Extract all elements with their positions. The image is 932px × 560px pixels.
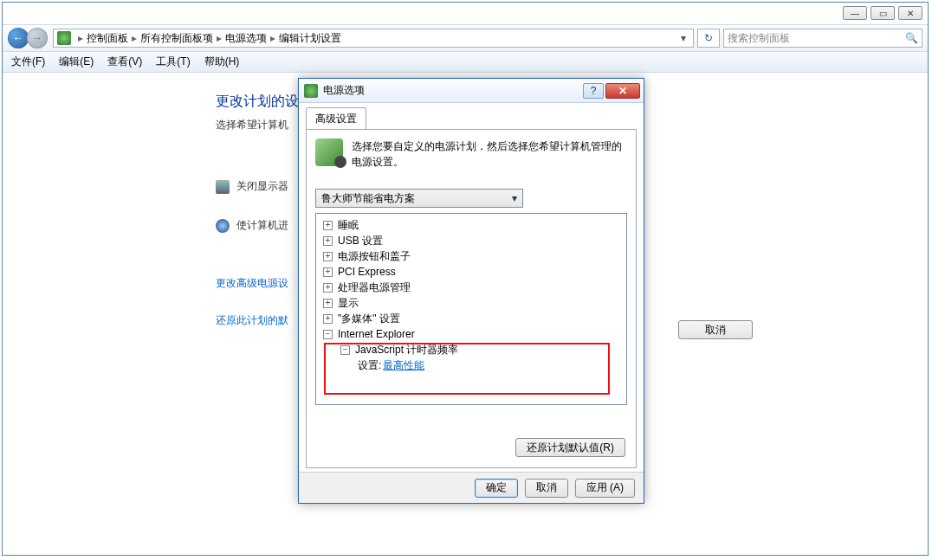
- address-bar[interactable]: ▸ 控制面板 ▸ 所有控制面板项 ▸ 电源选项 ▸ 编辑计划设置 ▾: [53, 29, 694, 48]
- setting-label: 设置:: [358, 358, 381, 373]
- dialog-body: 高级设置 选择您要自定义的电源计划，然后选择您希望计算机管理的电源设置。 鲁大师…: [306, 108, 637, 468]
- tree-node-display[interactable]: +显示: [318, 295, 625, 311]
- breadcrumb-item[interactable]: 控制面板: [87, 31, 128, 46]
- menu-tools[interactable]: 工具(T): [156, 55, 190, 69]
- breadcrumb-sep: ▸: [78, 32, 83, 44]
- dialog-power-icon: [304, 84, 318, 98]
- dialog-title: 电源选项: [323, 83, 365, 98]
- nav-back-forward: ← →: [8, 26, 48, 50]
- power-plan-selected: 鲁大师节能省电方案: [321, 191, 415, 206]
- back-button[interactable]: ←: [8, 28, 29, 48]
- tree-node-sleep[interactable]: +睡眠: [318, 217, 625, 233]
- tree-node-js-timer[interactable]: −JavaScript 计时器频率: [318, 342, 625, 357]
- battery-plan-icon: [315, 138, 343, 166]
- settings-tree[interactable]: +睡眠 +USB 设置 +电源按钮和盖子 +PCI Express +处理器电源…: [315, 213, 627, 405]
- refresh-button[interactable]: ↻: [697, 29, 720, 48]
- menu-file[interactable]: 文件(F): [11, 55, 45, 69]
- breadcrumb-sep: ▸: [217, 32, 222, 44]
- dialog-help-button[interactable]: ?: [583, 83, 604, 99]
- tree-label: Internet Explorer: [338, 328, 415, 340]
- menu-view[interactable]: 查看(V): [107, 55, 142, 69]
- minimize-button[interactable]: —: [843, 6, 867, 20]
- breadcrumb-item[interactable]: 编辑计划设置: [279, 31, 341, 46]
- collapse-icon[interactable]: −: [323, 330, 333, 339]
- dialog-footer: 确定 取消 应用 (A): [299, 472, 644, 503]
- tree-node-cpu-power[interactable]: +处理器电源管理: [318, 280, 625, 295]
- breadcrumb-sep: ▸: [270, 32, 275, 44]
- address-dropdown-icon[interactable]: ▾: [677, 32, 689, 44]
- window-controls: — ▭ ✕: [843, 6, 922, 20]
- cancel-button[interactable]: 取消: [525, 479, 568, 498]
- control-panel-icon: [57, 31, 71, 45]
- tree-label: "多媒体" 设置: [338, 312, 400, 326]
- tab-strip: 高级设置: [306, 108, 637, 129]
- expand-icon[interactable]: +: [323, 299, 333, 308]
- search-icon: 🔍: [905, 32, 918, 44]
- close-button[interactable]: ✕: [898, 6, 922, 20]
- breadcrumb-sep: ▸: [132, 32, 137, 44]
- restore-row: 还原计划默认值(R): [515, 438, 625, 457]
- tree-label: 电源按钮和盖子: [338, 249, 411, 264]
- tree-leaf-setting[interactable]: 设置: 最高性能: [318, 357, 625, 373]
- menu-bar: 文件(F) 编辑(E) 查看(V) 工具(T) 帮助(H): [3, 52, 928, 73]
- setting-value[interactable]: 最高性能: [383, 358, 424, 373]
- description-row: 选择您要自定义的电源计划，然后选择您希望计算机管理的电源设置。: [315, 138, 627, 170]
- host-cancel-button[interactable]: 取消: [678, 320, 753, 339]
- power-plan-select[interactable]: 鲁大师节能省电方案 ▾: [315, 189, 523, 208]
- chevron-down-icon: ▾: [512, 192, 517, 204]
- search-input[interactable]: 搜索控制面板 🔍: [723, 29, 922, 48]
- sleep-label: 使计算机进: [236, 218, 288, 233]
- description-text: 选择您要自定义的电源计划，然后选择您希望计算机管理的电源设置。: [352, 138, 627, 170]
- ok-button[interactable]: 确定: [475, 479, 518, 498]
- tree-label: JavaScript 计时器频率: [355, 343, 458, 357]
- tab-panel: 选择您要自定义的电源计划，然后选择您希望计算机管理的电源设置。 鲁大师节能省电方…: [306, 129, 637, 468]
- display-off-label: 关闭显示器: [236, 179, 288, 194]
- tree-label: PCI Express: [338, 266, 396, 278]
- tree-node-power-buttons[interactable]: +电源按钮和盖子: [318, 248, 625, 264]
- apply-button[interactable]: 应用 (A): [575, 479, 635, 498]
- expand-icon[interactable]: +: [323, 236, 333, 246]
- tree-label: 显示: [338, 296, 359, 311]
- dialog-close-button[interactable]: ✕: [605, 83, 640, 99]
- expand-icon[interactable]: +: [323, 314, 333, 324]
- tree-label: 处理器电源管理: [338, 280, 411, 295]
- tree-label: 睡眠: [338, 218, 359, 233]
- dialog-titlebar[interactable]: 电源选项 ? ✕: [299, 79, 644, 103]
- nav-bar: ← → ▸ 控制面板 ▸ 所有控制面板项 ▸ 电源选项 ▸ 编辑计划设置 ▾ ↻…: [3, 24, 928, 52]
- power-options-dialog: 电源选项 ? ✕ 高级设置 选择您要自定义的电源计划，然后选择您希望计算机管理的…: [298, 78, 644, 504]
- tree-node-multimedia[interactable]: +"多媒体" 设置: [318, 311, 625, 326]
- maximize-button[interactable]: ▭: [871, 6, 895, 20]
- breadcrumb-item[interactable]: 所有控制面板项: [140, 31, 213, 46]
- monitor-icon: [216, 180, 230, 194]
- collapse-icon[interactable]: −: [340, 345, 350, 355]
- tree-node-ie[interactable]: −Internet Explorer: [318, 326, 625, 342]
- menu-edit[interactable]: 编辑(E): [59, 55, 94, 69]
- expand-icon[interactable]: +: [323, 221, 333, 230]
- menu-help[interactable]: 帮助(H): [204, 55, 240, 69]
- tab-advanced-settings[interactable]: 高级设置: [306, 107, 366, 130]
- expand-icon[interactable]: +: [323, 252, 333, 261]
- forward-button[interactable]: →: [27, 28, 48, 48]
- tree-label: USB 设置: [338, 234, 383, 248]
- expand-icon[interactable]: +: [323, 267, 333, 277]
- expand-icon[interactable]: +: [323, 283, 333, 293]
- breadcrumb-item[interactable]: 电源选项: [225, 31, 267, 46]
- power-icon: [216, 219, 230, 233]
- tree-node-usb[interactable]: +USB 设置: [318, 233, 625, 248]
- restore-plan-defaults-button[interactable]: 还原计划默认值(R): [515, 438, 625, 457]
- tree-node-pci-express[interactable]: +PCI Express: [318, 264, 625, 280]
- search-placeholder: 搜索控制面板: [728, 31, 790, 46]
